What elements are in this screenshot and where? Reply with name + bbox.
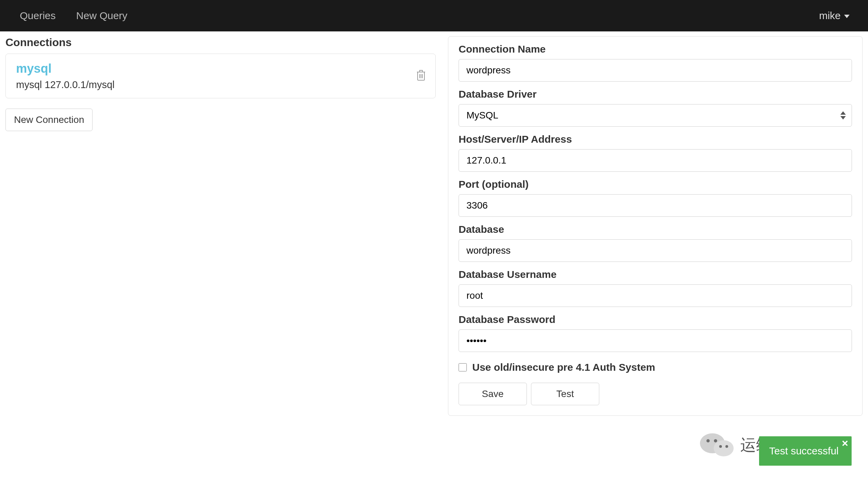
caret-down-icon bbox=[844, 15, 850, 18]
user-menu[interactable]: mike bbox=[819, 10, 858, 22]
host-label: Host/Server/IP Address bbox=[459, 133, 852, 145]
connection-name-link[interactable]: mysql bbox=[16, 61, 425, 76]
save-button[interactable]: Save bbox=[459, 383, 527, 405]
top-navbar: Queries New Query mike bbox=[0, 0, 868, 31]
svg-rect-5 bbox=[420, 70, 422, 72]
nav-left: Queries New Query bbox=[10, 0, 138, 31]
connection-card: mysql mysql 127.0.0.1/mysql bbox=[5, 54, 436, 98]
conn-name-input[interactable] bbox=[459, 59, 852, 82]
connection-form: Connection Name Database Driver Host/Ser… bbox=[448, 36, 863, 416]
conn-name-label: Connection Name bbox=[459, 43, 852, 55]
connection-detail: mysql 127.0.0.1/mysql bbox=[16, 79, 425, 90]
port-label: Port (optional) bbox=[459, 179, 852, 190]
username-input[interactable] bbox=[459, 284, 852, 307]
password-label: Database Password bbox=[459, 314, 852, 325]
content: Connections mysql mysql 127.0.0.1/mysql … bbox=[0, 31, 868, 416]
nav-new-query[interactable]: New Query bbox=[66, 0, 138, 31]
old-auth-checkbox[interactable] bbox=[459, 363, 467, 371]
new-connection-button[interactable]: New Connection bbox=[5, 109, 93, 131]
database-label: Database bbox=[459, 224, 852, 235]
nav-queries[interactable]: Queries bbox=[10, 0, 66, 31]
database-input[interactable] bbox=[459, 239, 852, 262]
driver-label: Database Driver bbox=[459, 88, 852, 100]
user-name: mike bbox=[819, 10, 841, 22]
form-column: Connection Name Database Driver Host/Ser… bbox=[448, 36, 863, 416]
username-label: Database Username bbox=[459, 269, 852, 280]
trash-icon[interactable] bbox=[416, 69, 426, 83]
driver-select[interactable] bbox=[459, 104, 852, 127]
port-input[interactable] bbox=[459, 194, 852, 217]
password-input[interactable] bbox=[459, 329, 852, 352]
old-auth-label[interactable]: Use old/insecure pre 4.1 Auth System bbox=[472, 362, 655, 373]
test-button[interactable]: Test bbox=[531, 383, 599, 405]
connections-heading: Connections bbox=[5, 36, 436, 49]
host-input[interactable] bbox=[459, 149, 852, 172]
connections-column: Connections mysql mysql 127.0.0.1/mysql … bbox=[5, 36, 436, 416]
